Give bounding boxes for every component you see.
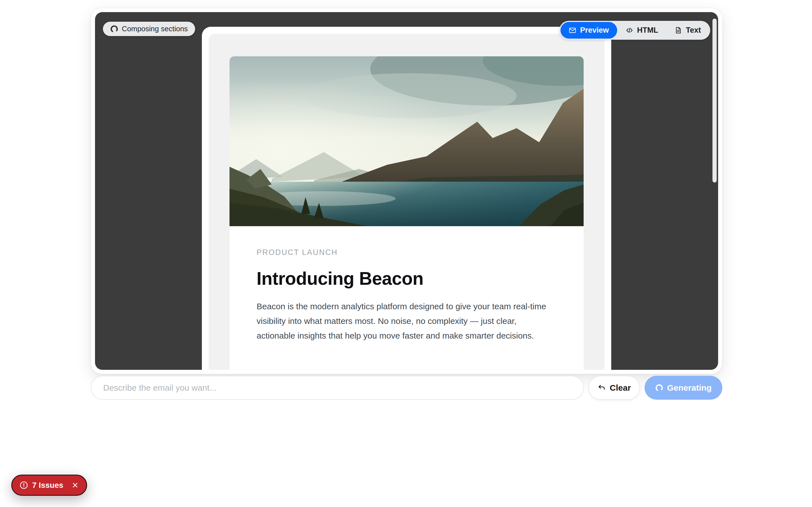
email-body-content: PRODUCT LAUNCH Introducing Beacon Beacon… [230, 226, 583, 360]
email-background: PRODUCT LAUNCH Introducing Beacon Beacon… [209, 34, 605, 370]
issues-count-label: 7 Issues [32, 481, 63, 490]
document-icon [674, 26, 682, 34]
composer-bar: Clear Generating [91, 376, 722, 400]
prompt-input[interactable] [91, 376, 584, 400]
email-paragraph: Beacon is the modern analytics platform … [257, 299, 550, 343]
warning-octagon-icon [19, 481, 28, 490]
app-root: Composing sections [0, 0, 812, 507]
email-frame: PRODUCT LAUNCH Introducing Beacon Beacon… [202, 27, 611, 370]
view-mode-tabs: Preview HTML [559, 21, 710, 40]
close-icon[interactable] [71, 482, 79, 489]
email-heading: Introducing Beacon [257, 269, 557, 289]
tab-text-label: Text [686, 26, 701, 35]
email-eyebrow: PRODUCT LAUNCH [257, 248, 557, 257]
issues-toast[interactable]: 7 Issues [11, 474, 87, 496]
tab-html-label: HTML [637, 26, 658, 35]
clear-button-label: Clear [610, 383, 631, 393]
tab-text[interactable]: Text [666, 22, 709, 39]
email-card: PRODUCT LAUNCH Introducing Beacon Beacon… [230, 56, 583, 370]
code-icon [625, 26, 633, 34]
generating-button[interactable]: Generating [645, 376, 722, 400]
status-badge-label: Composing sections [122, 24, 188, 33]
builder-canvas-card: Composing sections [91, 8, 722, 374]
clear-button[interactable]: Clear [589, 376, 640, 400]
status-badge: Composing sections [103, 22, 195, 36]
scrollbar-thumb[interactable] [712, 18, 717, 182]
tab-preview[interactable]: Preview [560, 22, 617, 39]
generating-button-label: Generating [667, 383, 712, 393]
tab-preview-label: Preview [580, 26, 609, 35]
hero-image [230, 56, 583, 226]
undo-icon [598, 384, 606, 392]
spinner-icon [655, 384, 663, 392]
preview-panel: Composing sections [95, 12, 718, 370]
tab-html[interactable]: HTML [617, 22, 666, 39]
envelope-icon [569, 26, 576, 34]
spinner-icon [110, 25, 118, 33]
